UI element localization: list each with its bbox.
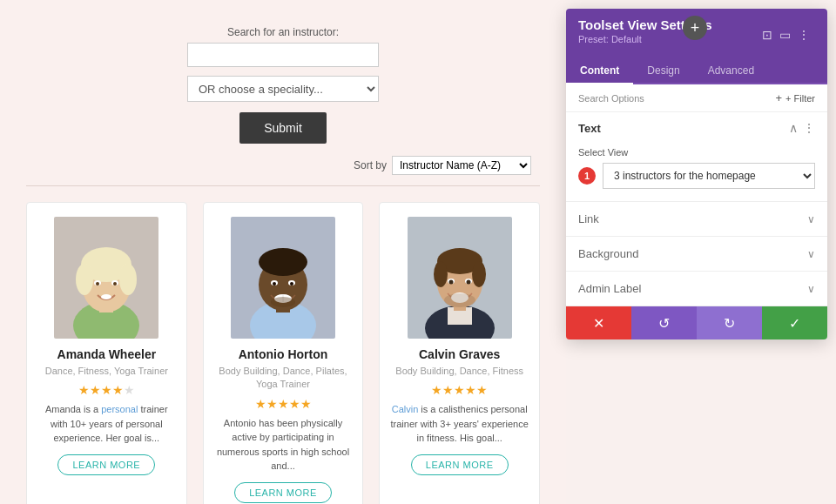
svg-point-16 <box>259 248 307 276</box>
svg-point-5 <box>76 264 93 295</box>
text-section-more-icon[interactable]: ⋮ <box>803 121 815 135</box>
learn-more-button-1[interactable]: LEARN MORE <box>234 482 332 503</box>
sort-row: Sort by Instructor Name (A-Z) <box>26 156 540 175</box>
sort-select[interactable]: Instructor Name (A-Z) <box>392 156 531 175</box>
filter-button[interactable]: + Filter <box>775 91 815 104</box>
search-label: Search for an instructor: <box>227 26 339 38</box>
main-area: Search for an instructor: OR choose a sp… <box>0 0 566 504</box>
background-section: Background ∨ <box>566 237 827 272</box>
instructor-stars-2: ★★★★★ <box>431 383 488 397</box>
instructor-card-2: Calvin Graves Body Building, Dance, Fitn… <box>379 202 540 504</box>
learn-more-button-2[interactable]: LEARN MORE <box>411 454 509 475</box>
admin-label-section: Admin Label ∨ <box>566 272 827 306</box>
submit-button[interactable]: Submit <box>239 112 327 144</box>
instructor-photo-1 <box>231 217 335 339</box>
panel-header-icons: ⊡ ▭ ⋮ <box>762 28 810 42</box>
instructor-specialty-1: Body Building, Dance, Pilates, Yoga Trai… <box>214 365 353 392</box>
confirm-button[interactable]: ✓ <box>762 306 827 339</box>
select-view-label: Select View <box>578 147 815 158</box>
panel-tabs: Content Design Advanced <box>566 58 827 84</box>
instructor-name-1: Antonio Horton <box>239 347 328 361</box>
cancel-button[interactable]: ✕ <box>566 306 631 339</box>
link-section-title: Link <box>578 212 599 225</box>
background-section-title: Background <box>578 247 638 260</box>
text-section-icons: ∧ ⋮ <box>789 121 815 135</box>
link-chevron-icon: ∨ <box>807 213 815 225</box>
instructor-specialty-0: Dance, Fitness, Yoga Trainer <box>45 365 168 378</box>
svg-point-37 <box>444 293 475 307</box>
svg-point-34 <box>448 280 453 285</box>
reset-button[interactable]: ↺ <box>631 306 697 339</box>
text-section-content: Select View 1 3 instructors for the home… <box>566 144 827 201</box>
select-view-select[interactable]: 3 instructors for the homepage <box>603 163 815 189</box>
text-section-title: Text <box>578 122 601 135</box>
plus-button[interactable]: + <box>683 16 707 40</box>
select-view-badge: 1 <box>578 167 596 185</box>
divider <box>26 185 540 186</box>
link-section: Link ∨ <box>566 202 827 237</box>
search-options-bar: Search Options + Filter <box>566 84 827 112</box>
text-section-collapse-icon[interactable]: ∧ <box>789 121 798 135</box>
instructor-photo-0 <box>54 217 158 339</box>
link-section-header[interactable]: Link ∨ <box>566 202 827 236</box>
admin-label-section-header[interactable]: Admin Label ∨ <box>566 272 827 306</box>
panel-icon-more[interactable]: ⋮ <box>798 28 810 42</box>
specialty-select[interactable]: OR choose a speciality... <box>187 76 379 102</box>
tab-advanced[interactable]: Advanced <box>694 58 768 84</box>
svg-point-19 <box>273 282 276 286</box>
svg-point-11 <box>101 294 111 299</box>
instructor-name-0: Amanda Wheeler <box>57 347 157 361</box>
instructor-photo-2 <box>408 217 512 339</box>
svg-point-23 <box>271 297 295 307</box>
cards-row: Amanda Wheeler Dance, Fitness, Yoga Trai… <box>26 202 540 504</box>
svg-point-20 <box>290 282 293 286</box>
instructor-name-2: Calvin Graves <box>419 347 500 361</box>
admin-label-chevron-icon: ∨ <box>807 283 815 295</box>
sort-label: Sort by <box>354 159 387 171</box>
svg-point-10 <box>113 282 117 286</box>
panel-footer: ✕ ↺ ↻ ✓ <box>566 306 827 339</box>
instructor-card-1: Antonio Horton Body Building, Dance, Pil… <box>203 202 364 504</box>
text-section: Text ∧ ⋮ Select View 1 3 instructors for… <box>566 112 827 202</box>
instructor-stars-0: ★★★★★ <box>78 383 135 397</box>
tab-design[interactable]: Design <box>633 58 693 84</box>
text-section-header[interactable]: Text ∧ ⋮ <box>566 112 827 144</box>
panel-icon-window[interactable]: ▭ <box>779 28 791 42</box>
svg-point-30 <box>434 261 448 287</box>
learn-more-button-0[interactable]: LEARN MORE <box>57 454 155 475</box>
instructor-card-0: Amanda Wheeler Dance, Fitness, Yoga Trai… <box>26 202 187 504</box>
svg-point-6 <box>119 264 137 295</box>
search-options-label: Search Options <box>578 93 644 104</box>
tab-content[interactable]: Content <box>566 58 633 84</box>
background-section-header[interactable]: Background ∨ <box>566 237 827 271</box>
search-input[interactable] <box>187 43 379 67</box>
instructor-desc-2: Calvin is a calisthenics personal traine… <box>390 402 529 446</box>
admin-label-section-title: Admin Label <box>578 282 641 295</box>
search-section: Search for an instructor: OR choose a sp… <box>26 17 540 156</box>
instructor-specialty-2: Body Building, Dance, Fitness <box>395 365 523 378</box>
background-chevron-icon: ∨ <box>807 248 815 260</box>
select-view-row: 1 3 instructors for the homepage <box>578 163 815 189</box>
instructor-desc-0: Amanda is a personal trainer with 10+ ye… <box>37 402 176 446</box>
svg-point-9 <box>96 282 99 286</box>
instructor-desc-1: Antonio has been physically active by pa… <box>214 416 353 474</box>
instructor-stars-1: ★★★★★ <box>255 397 312 411</box>
svg-point-31 <box>472 261 486 287</box>
svg-point-35 <box>466 280 470 285</box>
panel-icon-expand[interactable]: ⊡ <box>762 28 772 42</box>
panel-body: Search Options + Filter Text ∧ ⋮ Select … <box>566 84 827 306</box>
redo-button[interactable]: ↻ <box>697 306 762 339</box>
right-panel: Toolset View Settings Preset: Default ⊡ … <box>566 9 827 339</box>
